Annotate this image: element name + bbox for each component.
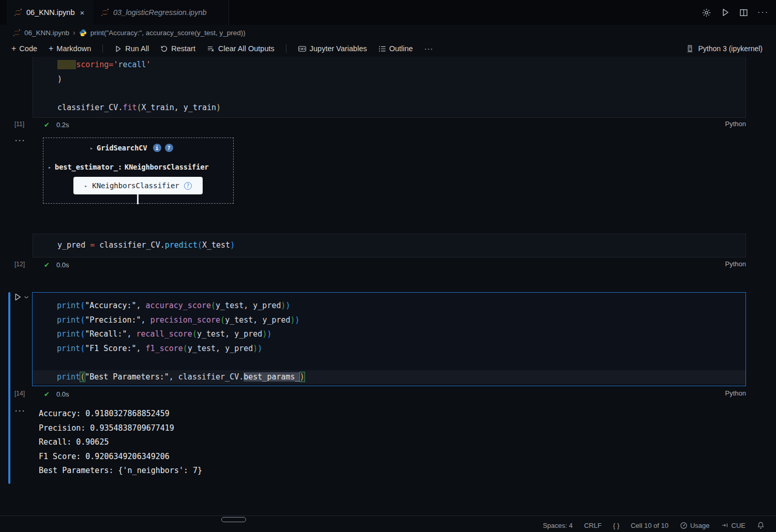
plus-icon: + bbox=[11, 44, 16, 53]
plus-icon: + bbox=[49, 44, 53, 53]
code-line[interactable]: print("Recall:", recall_score(y_test, y_… bbox=[33, 327, 745, 342]
add-code-cell-button[interactable]: +Code bbox=[11, 44, 37, 53]
execution-time: 0.0s bbox=[56, 390, 69, 398]
play-icon bbox=[114, 45, 122, 53]
code-line[interactable] bbox=[33, 356, 745, 370]
help-badge[interactable]: ? bbox=[165, 144, 173, 152]
expander-triangle-icon[interactable]: ▸ bbox=[84, 183, 87, 189]
cell-status-bar: ✔ 0.0s bbox=[44, 260, 69, 270]
code-line[interactable]: print("Accuracy:", accuracy_score(y_test… bbox=[33, 299, 745, 313]
language-brackets-status[interactable]: { } bbox=[613, 522, 619, 529]
expander-triangle-icon[interactable]: ▸ bbox=[48, 164, 51, 170]
more-actions-icon[interactable]: ··· bbox=[757, 8, 769, 17]
estimator-value: KNeighborsClassifier bbox=[125, 163, 209, 171]
code-line[interactable]: print("Precision:", precision_score(y_te… bbox=[33, 313, 745, 328]
code-line[interactable]: y_pred = classifier_CV.predict(X_test) bbox=[33, 238, 745, 253]
cue-status[interactable]: CUE bbox=[721, 522, 745, 529]
run-icon[interactable] bbox=[721, 8, 730, 17]
toolbar-divider bbox=[286, 44, 286, 53]
notebook-icon bbox=[14, 8, 22, 17]
run-cell-button[interactable] bbox=[13, 293, 29, 301]
output-line: Recall: 0.90625 bbox=[0, 435, 746, 450]
breadcrumb: 06_KNN.ipynb › print("Accuracy:", accura… bbox=[0, 25, 776, 40]
toolbar-more-button[interactable]: ··· bbox=[424, 44, 434, 53]
kernel-icon bbox=[686, 44, 694, 53]
kneighbors-classifier-chip[interactable]: ▸ KNeighborsClassifier ? bbox=[73, 177, 203, 194]
kernel-picker[interactable]: Python 3 (ipykernel) bbox=[686, 40, 763, 57]
indentation-status[interactable]: Spaces: 4 bbox=[543, 522, 573, 529]
widget-title: GridSearchCV bbox=[97, 144, 147, 152]
code-cell-12[interactable]: y_pred = classifier_CV.predict(X_test) bbox=[33, 234, 746, 257]
code-cell-14[interactable]: print("Accuracy:", accuracy_score(y_test… bbox=[32, 292, 746, 386]
breadcrumb-file[interactable]: 06_KNN.ipynb bbox=[24, 29, 69, 37]
cell-status-bar: ✔ 0.0s bbox=[44, 389, 69, 399]
code-line[interactable] bbox=[33, 86, 745, 101]
settings-gear-icon[interactable] bbox=[702, 8, 711, 18]
split-editor-icon[interactable] bbox=[739, 8, 748, 17]
usage-gauge-icon bbox=[680, 522, 688, 529]
code-line[interactable]: print("Best Parameters:", classifier_CV.… bbox=[33, 370, 745, 385]
notebook-toolbar: +Code +Markdown Run All Restart Clear Al… bbox=[0, 40, 776, 57]
expander-triangle-icon[interactable]: ▸ bbox=[90, 145, 93, 151]
execution-time: 0.2s bbox=[56, 121, 69, 129]
code-line[interactable]: classifier_CV.fit(X_train, y_train) bbox=[33, 101, 745, 115]
code-line[interactable]: print("F1 Score:", f1_score(y_test, y_pr… bbox=[33, 342, 745, 356]
tab-label: 06_KNN.ipynb bbox=[26, 8, 75, 17]
tab-bar: 06_KNN.ipynb × 03_logisticRegression.ipy… bbox=[0, 0, 776, 25]
success-check-icon: ✔ bbox=[44, 390, 50, 398]
tab-03-logistic-regression[interactable]: 03_logisticRegression.ipynb bbox=[94, 0, 229, 25]
output-line: Best Parameters: {'n_neighbors': 7} bbox=[0, 464, 746, 478]
clear-all-outputs-button[interactable]: Clear All Outputs bbox=[207, 44, 275, 53]
restart-icon bbox=[160, 45, 168, 53]
cell-language-picker[interactable]: Python bbox=[725, 389, 746, 397]
code-editor[interactable]: print("Accuracy:", accuracy_score(y_test… bbox=[33, 293, 745, 384]
chip-label: KNeighborsClassifier bbox=[92, 181, 179, 190]
restart-button[interactable]: Restart bbox=[160, 44, 195, 53]
eol-status[interactable]: CRLF bbox=[584, 522, 602, 529]
usage-status[interactable]: Usage bbox=[680, 522, 710, 529]
python-icon bbox=[79, 29, 87, 37]
add-markdown-cell-button[interactable]: +Markdown bbox=[49, 44, 91, 53]
widget-title-row[interactable]: ▸ GridSearchCV i ? bbox=[90, 144, 173, 152]
toolbar-divider bbox=[102, 44, 103, 53]
jupyter-variables-button[interactable]: Jupyter Variables bbox=[298, 44, 367, 53]
success-check-icon: ✔ bbox=[44, 121, 50, 129]
notifications-bell-icon[interactable] bbox=[757, 521, 765, 529]
output-line: Precision: 0.9354838709677419 bbox=[0, 421, 746, 436]
widget-connector-line bbox=[137, 194, 139, 204]
best-estimator-row[interactable]: ▸ best_estimator_: KNeighborsClassifier bbox=[48, 163, 209, 171]
clear-outputs-icon bbox=[207, 44, 215, 53]
cue-icon bbox=[721, 522, 729, 529]
panel-divider bbox=[0, 515, 776, 516]
outline-button[interactable]: Outline bbox=[378, 44, 413, 53]
execution-time: 0.0s bbox=[56, 261, 69, 269]
run-all-button[interactable]: Run All bbox=[114, 44, 149, 53]
play-icon bbox=[13, 293, 22, 301]
close-icon[interactable]: × bbox=[80, 8, 85, 17]
execution-count: [12] bbox=[14, 261, 25, 268]
breadcrumb-symbol[interactable]: print("Accuracy:", accuracy_score(y_test… bbox=[90, 29, 246, 37]
execution-count: [14] bbox=[14, 390, 25, 397]
chevron-right-icon: › bbox=[73, 28, 75, 37]
chip-help-icon[interactable]: ? bbox=[184, 182, 192, 190]
tab-label: 03_logisticRegression.ipynb bbox=[113, 8, 207, 17]
code-line[interactable]: ) bbox=[33, 72, 745, 87]
info-badge[interactable]: i bbox=[153, 144, 161, 152]
chevron-down-icon bbox=[24, 293, 29, 301]
notebook-icon bbox=[101, 8, 109, 17]
editor-actions: ··· bbox=[702, 0, 769, 25]
variables-icon bbox=[298, 45, 307, 53]
code-line[interactable]: scoring='recall' bbox=[33, 58, 745, 72]
output-gutter-more[interactable]: ··· bbox=[15, 136, 26, 145]
cell-position-status[interactable]: Cell 10 of 10 bbox=[631, 522, 668, 529]
cell-language-picker[interactable]: Python bbox=[725, 260, 746, 268]
execution-count: [11] bbox=[14, 120, 24, 128]
outline-icon bbox=[378, 45, 386, 53]
kernel-label: Python 3 (ipykernel) bbox=[698, 44, 763, 53]
cell-language-picker[interactable]: Python bbox=[725, 120, 746, 128]
code-editor[interactable]: y_pred = classifier_CV.predict(X_test) bbox=[33, 234, 745, 253]
success-check-icon: ✔ bbox=[44, 261, 50, 269]
code-editor[interactable]: scoring='recall') classifier_CV.fit(X_tr… bbox=[33, 57, 745, 115]
code-cell-11[interactable]: scoring='recall') classifier_CV.fit(X_tr… bbox=[33, 57, 746, 118]
tab-06-knn[interactable]: 06_KNN.ipynb × bbox=[7, 0, 94, 25]
